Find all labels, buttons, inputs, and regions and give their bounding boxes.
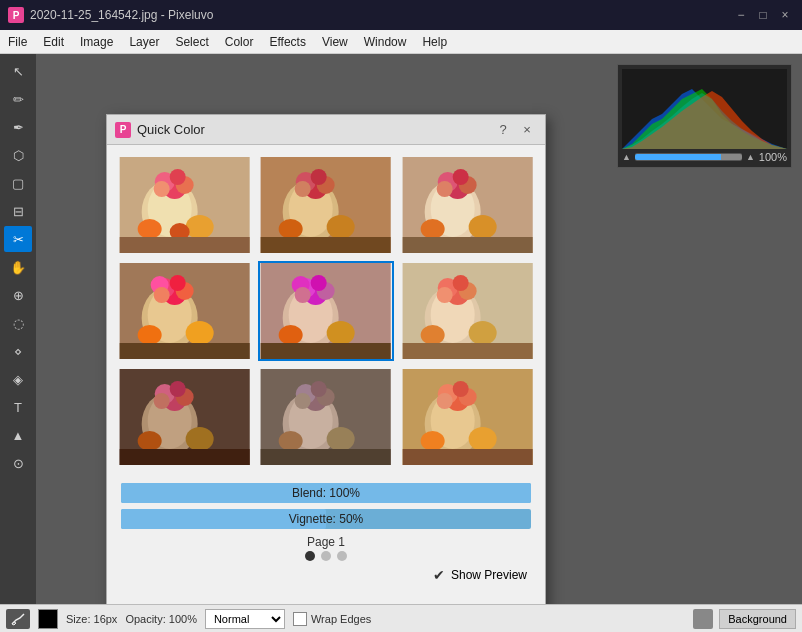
svg-point-32: [452, 169, 468, 185]
menu-effects[interactable]: Effects: [261, 32, 313, 52]
thumb-2: [260, 157, 391, 253]
tool-text[interactable]: T: [4, 394, 32, 420]
tool-rect[interactable]: ▢: [4, 170, 32, 196]
grid-cell-4[interactable]: [117, 261, 252, 361]
svg-point-44: [170, 275, 186, 291]
vignette-slider-row: Vignette: 50%: [121, 509, 531, 529]
tool-pencil[interactable]: ✏: [4, 86, 32, 112]
tool-clone[interactable]: ✂: [4, 226, 32, 252]
dialog-controls: Blend: 100% Vignette: 50% Page 1: [107, 477, 545, 599]
tool-brush[interactable]: ✒: [4, 114, 32, 140]
svg-rect-109: [402, 449, 532, 465]
tool-lasso[interactable]: ◌: [4, 310, 32, 336]
maximize-button[interactable]: □: [754, 6, 772, 24]
blend-slider-row: Blend: 100%: [121, 483, 531, 503]
menu-image[interactable]: Image: [72, 32, 121, 52]
thumb-4: [119, 263, 250, 359]
menu-view[interactable]: View: [314, 32, 356, 52]
tool-wand[interactable]: ⋄: [4, 338, 32, 364]
grid-cell-3[interactable]: [400, 155, 535, 255]
svg-point-83: [186, 427, 214, 451]
tool-hand[interactable]: ✋: [4, 254, 32, 280]
minimize-button[interactable]: −: [732, 6, 750, 24]
svg-point-57: [311, 275, 327, 291]
thumb-3: [402, 157, 533, 253]
svg-point-82: [154, 393, 170, 409]
page-dot-2[interactable]: [321, 551, 331, 561]
blend-slider-track[interactable]: Blend: 100%: [121, 483, 531, 503]
tool-eraser[interactable]: ⊟: [4, 198, 32, 224]
status-blend-mode-select[interactable]: Normal Multiply Screen Overlay Darken Li…: [205, 609, 285, 629]
tool-arrow[interactable]: ↖: [4, 58, 32, 84]
svg-point-106: [436, 393, 452, 409]
thumb-8: [260, 369, 391, 465]
grid-cell-7[interactable]: [117, 367, 252, 467]
histogram-chart: [622, 69, 787, 149]
grid-cell-5[interactable]: [258, 261, 393, 361]
status-bar: Size: 16px Opacity: 100% Normal Multiply…: [0, 604, 802, 632]
window-title: 2020-11-25_164542.jpg - Pixeluvo: [30, 8, 213, 22]
svg-point-35: [420, 219, 444, 239]
menu-edit[interactable]: Edit: [35, 32, 72, 52]
dialog-titlebar: P Quick Color ? ×: [107, 115, 545, 145]
svg-rect-36: [402, 237, 532, 253]
dialog-close-button[interactable]: ×: [517, 120, 537, 140]
svg-rect-73: [402, 343, 532, 359]
tool-gradient[interactable]: ◈: [4, 366, 32, 392]
menu-select[interactable]: Select: [167, 32, 216, 52]
quick-color-dialog: P Quick Color ? ×: [106, 114, 546, 604]
svg-point-7: [170, 169, 186, 185]
status-tool-icon: [6, 609, 30, 629]
grid-cell-1[interactable]: [117, 155, 252, 255]
svg-point-45: [154, 287, 170, 303]
vignette-slider-track[interactable]: Vignette: 50%: [121, 509, 531, 529]
tool-crop[interactable]: ▲: [4, 422, 32, 448]
menu-layer[interactable]: Layer: [121, 32, 167, 52]
menu-help[interactable]: Help: [414, 32, 455, 52]
check-icon: ✔: [433, 567, 445, 583]
svg-point-81: [170, 381, 186, 397]
svg-point-71: [468, 321, 496, 345]
grid-cell-6[interactable]: [400, 261, 535, 361]
svg-point-96: [279, 431, 303, 451]
main-area: ↖ ✏ ✒ ⬡ ▢ ⊟ ✂ ✋ ⊕ ◌ ⋄ ◈ T ▲ ⊙: [0, 54, 802, 604]
title-bar-left: P 2020-11-25_164542.jpg - Pixeluvo: [8, 7, 213, 23]
menu-color[interactable]: Color: [217, 32, 262, 52]
tool-zoom[interactable]: ⊕: [4, 282, 32, 308]
grid-cell-9[interactable]: [400, 367, 535, 467]
thumb-5: [260, 263, 391, 359]
svg-point-22: [327, 215, 355, 239]
show-preview-label: Show Preview: [451, 568, 527, 582]
svg-point-8: [154, 181, 170, 197]
title-bar-controls: − □ ×: [732, 6, 794, 24]
grid-cell-2[interactable]: [258, 155, 393, 255]
svg-point-59: [327, 321, 355, 345]
page-dots: [121, 551, 531, 561]
menu-window[interactable]: Window: [356, 32, 415, 52]
svg-point-95: [327, 427, 355, 451]
close-button[interactable]: ×: [776, 6, 794, 24]
menu-file[interactable]: File: [0, 32, 35, 52]
zoom-bar: [635, 153, 742, 161]
app-icon: P: [8, 7, 24, 23]
wrap-edges-checkbox[interactable]: [293, 612, 307, 626]
svg-point-23: [279, 219, 303, 239]
tool-shape[interactable]: ⬡: [4, 142, 32, 168]
svg-point-93: [311, 381, 327, 397]
svg-point-33: [436, 181, 452, 197]
vignette-slider-label: Vignette: 50%: [289, 512, 364, 526]
dialog-app-icon: P: [115, 122, 131, 138]
blend-slider-label: Blend: 100%: [292, 486, 360, 500]
grid-cell-8[interactable]: [258, 367, 393, 467]
brush-icon: [10, 612, 26, 626]
page-dot-3[interactable]: [337, 551, 347, 561]
tool-dropper[interactable]: ⊙: [4, 450, 32, 476]
dialog-help-button[interactable]: ?: [493, 120, 513, 140]
svg-rect-12: [120, 237, 250, 253]
svg-point-46: [186, 321, 214, 345]
background-button[interactable]: Background: [719, 609, 796, 629]
page-dot-1[interactable]: [305, 551, 315, 561]
zoom-label: 100%: [759, 151, 787, 163]
toolbar-left: ↖ ✏ ✒ ⬡ ▢ ⊟ ✂ ✋ ⊕ ◌ ⋄ ◈ T ▲ ⊙: [0, 54, 36, 604]
status-color-swatch[interactable]: [38, 609, 58, 629]
